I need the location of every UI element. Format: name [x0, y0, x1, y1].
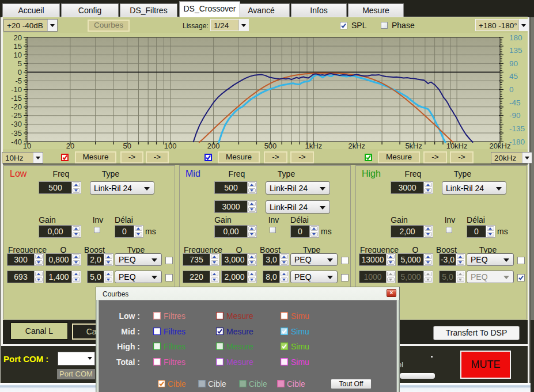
svg-text:0: 0 [509, 85, 514, 94]
svg-text:-180: -180 [509, 138, 525, 146]
svg-text:180: 180 [509, 33, 522, 42]
svg-text:20: 20 [66, 142, 74, 149]
svg-text:-25: -25 [11, 111, 22, 120]
svg-text:5: 5 [18, 59, 22, 68]
svg-text:2kHz: 2kHz [348, 142, 365, 149]
svg-text:-135: -135 [509, 124, 525, 133]
svg-text:90: 90 [509, 59, 518, 68]
svg-text:5kHz: 5kHz [405, 142, 422, 149]
svg-text:20kHz: 20kHz [490, 142, 511, 149]
svg-text:500: 500 [264, 142, 277, 149]
svg-text:50: 50 [123, 142, 131, 149]
svg-text:-5: -5 [15, 77, 22, 85]
svg-text:10: 10 [14, 51, 22, 59]
svg-text:-40: -40 [11, 138, 22, 146]
svg-text:-45: -45 [509, 98, 521, 107]
svg-text:-35: -35 [11, 129, 22, 138]
svg-text:20: 20 [14, 33, 22, 42]
svg-text:-20: -20 [11, 102, 22, 111]
svg-text:135: 135 [509, 46, 522, 55]
svg-text:10kHz: 10kHz [446, 142, 468, 149]
svg-text:0: 0 [18, 68, 22, 77]
svg-text:100: 100 [164, 142, 177, 149]
svg-text:-90: -90 [509, 111, 521, 120]
svg-text:1kHz: 1kHz [305, 142, 323, 149]
svg-text:15: 15 [14, 42, 22, 51]
svg-text:-15: -15 [11, 94, 22, 102]
svg-text:-10: -10 [11, 85, 22, 94]
svg-text:200: 200 [207, 142, 220, 149]
svg-text:45: 45 [509, 72, 518, 81]
svg-text:-30: -30 [11, 120, 22, 128]
svg-text:10: 10 [23, 142, 31, 149]
